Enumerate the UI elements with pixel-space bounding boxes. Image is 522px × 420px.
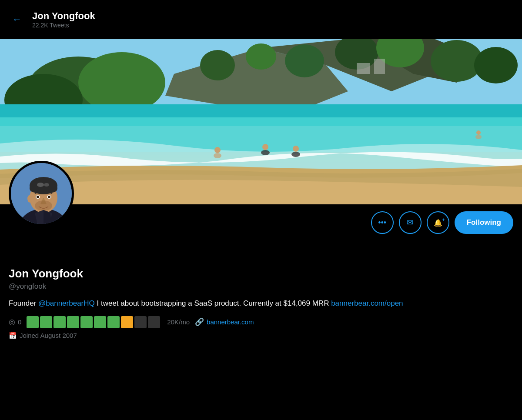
svg-point-7 [200,50,235,80]
mrr-square-6 [94,316,106,328]
meta-row: ◎ 0 20K/mo 🔗 bannerbear.com [9,316,513,328]
action-row: ••• ✉ 🔔+ Following [9,204,513,241]
joined-date: Joined August 2007 [20,332,77,339]
svg-point-8 [246,43,276,70]
profile-info: Jon Yongfook @yongfook Founder @bannerbe… [9,241,513,347]
user-handle: @yongfook [9,282,513,291]
back-button[interactable]: ← [9,10,25,29]
svg-point-26 [475,135,482,139]
svg-point-13 [474,47,518,83]
svg-point-22 [261,150,270,155]
location-item: ◎ 0 [9,317,21,327]
bio-link[interactable]: bannerbear.com/open [331,299,403,307]
message-icon: ✉ [407,218,413,227]
svg-point-2 [78,52,165,113]
display-name: Jon Yongfook [9,267,513,280]
website-link[interactable]: bannerbear.com [207,318,254,326]
mrr-square-5 [80,316,93,328]
svg-point-21 [262,144,268,150]
svg-point-23 [293,146,299,152]
bell-icon: 🔔+ [434,219,442,227]
mrr-square-1 [27,316,39,328]
bio: Founder @bannerbearHQ I tweet about boot… [9,298,513,309]
svg-rect-14 [357,63,370,74]
profile-section: ••• ✉ 🔔+ Following Jon Yongfook @yongfoo… [0,204,522,347]
svg-point-34 [37,183,44,187]
banner-image [0,39,522,204]
svg-point-41 [27,195,33,203]
more-options-button[interactable]: ••• [371,211,394,234]
mrr-square-2 [40,316,52,328]
joined-row: 📅 Joined August 2007 [9,332,513,340]
svg-point-25 [476,130,481,135]
notify-button[interactable]: 🔔+ [427,211,449,234]
svg-rect-15 [374,59,385,74]
message-button[interactable]: ✉ [399,211,422,234]
svg-point-35 [44,183,49,187]
svg-point-9 [285,44,324,77]
svg-point-19 [214,147,221,153]
header-text: Jon Yongfook 22.2K Tweets [32,10,95,29]
header: ← Jon Yongfook 22.2K Tweets [0,0,522,39]
link-icon: 🔗 [195,317,204,327]
header-username: Jon Yongfook [32,10,95,22]
mrr-square-9 [134,316,147,328]
mrr-square-7 [107,316,120,328]
bio-text-2: I tweet about bootstrapping a SaaS produ… [95,299,331,307]
bio-text-1: Founder [9,299,38,307]
following-button[interactable]: Following [455,211,513,234]
svg-point-20 [214,153,221,158]
header-tweet-count: 22.2K Tweets [32,22,95,29]
more-icon: ••• [378,218,386,227]
mrr-square-8 [121,316,133,328]
mrr-label: 20K/mo [167,318,190,326]
website-item: 🔗 bannerbear.com [195,317,254,327]
svg-point-24 [291,152,300,157]
location-icon: ◎ [9,317,15,327]
avatar-image [11,163,72,224]
calendar-icon: 📅 [9,332,17,340]
svg-point-38 [37,196,39,198]
mrr-square-4 [67,316,79,328]
svg-point-39 [48,196,50,198]
mrr-square-10 [148,316,160,328]
bio-mention[interactable]: @bannerbearHQ [38,299,95,307]
avatar [9,161,74,226]
mrr-square-3 [54,316,66,328]
svg-point-40 [35,200,52,211]
mrr-squares [27,316,160,328]
location-count: 0 [18,318,21,326]
